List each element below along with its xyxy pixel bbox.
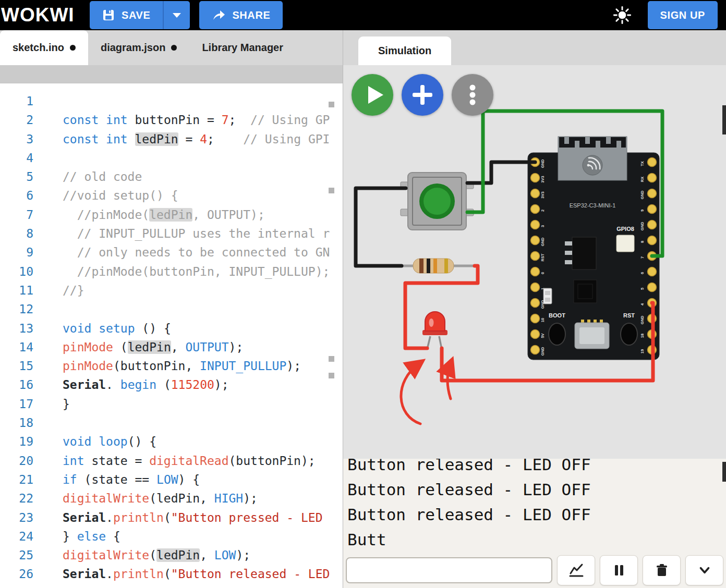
code-line[interactable]: pinMode(buttonPin, INPUT_PULLUP); <box>45 357 343 375</box>
code-line[interactable]: pinMode (ledPin, OUTPUT); <box>45 338 343 357</box>
board-pin[interactable] <box>648 205 657 214</box>
board-pin[interactable] <box>531 189 540 198</box>
board-pin[interactable] <box>531 314 540 323</box>
code-line[interactable]: //pinMode(buttonPin, INPUT_PULLUP); <box>45 262 343 281</box>
pin-label: GND <box>540 347 545 356</box>
esp32-board[interactable]: ESP32-C3-MINI-1 GPIO8 BOOT RST <box>528 137 659 360</box>
wire-red-resistor-led[interactable] <box>405 266 478 348</box>
board-pin[interactable] <box>648 189 657 198</box>
board-pin[interactable] <box>648 174 657 182</box>
line-number: 24 <box>0 527 45 546</box>
wire-black-button-resistor[interactable] <box>356 188 406 266</box>
code-line[interactable]: //void setup() { <box>45 186 343 205</box>
board-pin[interactable] <box>531 267 540 276</box>
board-pin[interactable] <box>648 158 657 167</box>
signup-button[interactable]: SIGN UP <box>648 1 718 29</box>
code-line[interactable] <box>45 413 343 432</box>
boot-button[interactable] <box>549 323 565 345</box>
pin-label: 0 <box>540 272 545 274</box>
serial-input[interactable] <box>346 557 552 583</box>
share-label: SHARE <box>232 9 270 21</box>
code-line[interactable]: const int buttonPin = 7; // Using GP <box>45 111 343 129</box>
code-line[interactable]: } else { <box>45 527 343 546</box>
code-line[interactable]: digitalWrite(ledPin, HIGH); <box>45 489 343 508</box>
mcu-chip <box>574 280 597 303</box>
overview-ruler-mark <box>329 373 334 378</box>
serial-collapse-button[interactable] <box>685 555 723 585</box>
code-line[interactable] <box>45 149 343 167</box>
code-line[interactable]: // INPUT_PULLUP uses the internal r <box>45 224 343 243</box>
board-pin[interactable] <box>531 283 540 292</box>
pin-label: 3 <box>540 225 545 227</box>
code-line[interactable]: // old code <box>45 167 343 186</box>
code-line[interactable] <box>45 300 343 318</box>
board-pin[interactable] <box>531 205 540 214</box>
code-line[interactable]: const int ledPin = 4; // Using GPI <box>45 130 343 149</box>
serial-clear-button[interactable] <box>643 555 681 585</box>
circuit-diagram[interactable]: ESP32-C3-MINI-1 GPIO8 BOOT RST <box>343 65 726 459</box>
code-line[interactable]: digitalWrite(ledPin, LOW); <box>45 546 343 565</box>
save-menu-button[interactable] <box>163 1 190 29</box>
board-pin[interactable] <box>648 236 657 245</box>
more-options-button[interactable] <box>452 74 493 116</box>
simulation-canvas[interactable]: ESP32-C3-MINI-1 GPIO8 BOOT RST <box>343 65 726 459</box>
board-pin[interactable] <box>531 252 540 261</box>
line-number: 12 <box>0 300 45 318</box>
scrollbar-thumb[interactable] <box>722 105 726 134</box>
code-line[interactable]: } <box>45 395 343 413</box>
board-pin[interactable] <box>531 330 540 339</box>
board-pin[interactable] <box>648 283 657 292</box>
led[interactable] <box>422 312 447 349</box>
board-pin[interactable] <box>531 236 540 245</box>
share-button[interactable]: SHARE <box>199 1 283 29</box>
add-part-button[interactable] <box>402 74 443 116</box>
code-line[interactable]: } <box>45 584 343 588</box>
pin-label: 10 <box>540 318 545 322</box>
code-line[interactable]: void setup () { <box>45 319 343 338</box>
code-line[interactable]: //} <box>45 281 343 300</box>
line-number: 13 <box>0 319 45 338</box>
theme-toggle-button[interactable] <box>612 5 632 25</box>
line-numbers: 1234567891011121314151617181920212223242… <box>0 92 45 588</box>
play-button[interactable] <box>352 74 393 116</box>
board-pin[interactable] <box>648 267 657 276</box>
pin-label: GND <box>640 190 645 199</box>
pin-label: GND <box>540 159 545 168</box>
code-line[interactable]: // only needs to be connected to GN <box>45 243 343 262</box>
tab-label: diagram.json <box>101 42 165 54</box>
sun-icon <box>612 5 632 25</box>
tab-library-manager[interactable]: Library Manager <box>189 30 296 65</box>
code-line[interactable]: Serial.println("Button pressed - LED <box>45 508 343 527</box>
code-lines[interactable]: const int buttonPin = 7; // Using GPcons… <box>45 92 343 588</box>
line-chart-icon <box>568 562 584 578</box>
code-line[interactable]: //pinMode(ledPin, OUTPUT); <box>45 205 343 224</box>
code-line[interactable]: Serial. begin (115200); <box>45 375 343 394</box>
pin-label: 3V3 <box>540 191 545 198</box>
wokwi-logo[interactable]: WOKWI <box>1 4 83 26</box>
rst-button[interactable] <box>621 323 637 345</box>
tab-sketch-ino[interactable]: sketch.ino <box>0 30 88 65</box>
board-pin[interactable] <box>531 220 540 229</box>
code-line[interactable]: void loop() { <box>45 432 343 451</box>
pin-label: 19 <box>640 349 645 353</box>
wire-black-button-gnd[interactable] <box>467 162 535 183</box>
tab-label: Library Manager <box>202 42 283 54</box>
serial-pause-button[interactable] <box>600 555 638 585</box>
tab-simulation[interactable]: Simulation <box>358 36 451 65</box>
save-button[interactable]: SAVE <box>90 1 163 29</box>
board-pin[interactable] <box>531 299 540 308</box>
code-editor[interactable]: 1234567891011121314151617181920212223242… <box>0 83 343 588</box>
resistor[interactable] <box>402 259 475 273</box>
serial-plotter-button[interactable] <box>557 555 595 585</box>
board-pin[interactable] <box>531 346 540 354</box>
pushbutton-cap[interactable] <box>424 188 451 215</box>
tab-diagram-json[interactable]: diagram.json <box>88 30 189 65</box>
board-pin[interactable] <box>648 220 657 229</box>
code-line[interactable]: Serial.println("Button released - LED <box>45 565 343 583</box>
board-pin[interactable] <box>531 174 540 182</box>
code-line[interactable] <box>45 92 343 111</box>
code-line[interactable]: if (state == LOW) { <box>45 470 343 489</box>
pushbutton[interactable] <box>401 173 474 230</box>
scrollbar-thumb[interactable] <box>722 462 726 482</box>
code-line[interactable]: int state = digitalRead(buttonPin); <box>45 451 343 470</box>
